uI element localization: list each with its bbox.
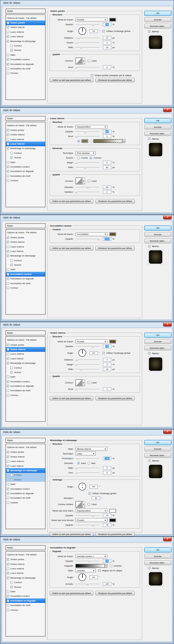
sidebar-item-contour[interactable]: Contour [6, 580, 45, 584]
slider-thumb[interactable] [75, 471, 78, 474]
sidebar-item-satin[interactable]: Satin [6, 589, 45, 594]
style-enabled-checkbox[interactable]: ✓ [7, 558, 9, 561]
style-enabled-checkbox[interactable]: ✓ [7, 595, 9, 597]
angle-dial[interactable] [78, 483, 86, 490]
checkbox[interactable]: ✓ [88, 492, 91, 495]
value-input[interactable]: 0 [103, 466, 111, 470]
slider-thumb[interactable] [75, 191, 78, 193]
color-swatch[interactable] [109, 232, 116, 236]
value-input[interactable]: 80 [103, 166, 111, 169]
sidebar-item-incrustation-en-degrade[interactable]: ✓Incrustation en dégradé [6, 277, 45, 281]
value-input[interactable]: 0 [103, 363, 111, 366]
slider[interactable] [76, 523, 100, 527]
slider[interactable] [76, 135, 100, 138]
value-input[interactable]: 0 [103, 41, 111, 44]
sidebar-item-lueur-externe[interactable]: Lueur externe [6, 459, 45, 463]
radio-solid-color[interactable] [77, 140, 80, 143]
slider-thumb[interactable] [86, 186, 89, 188]
sidebar-item-lueur-interne[interactable]: ✓Lueur interne [6, 34, 45, 39]
style-enabled-checkbox[interactable]: ✓ [10, 586, 13, 588]
sidebar-item-options-de-fusion[interactable]: Options de fusion : Par défaut [6, 123, 45, 128]
new-style-button[interactable]: Nouveau style... [144, 453, 171, 458]
style-enabled-checkbox[interactable]: ✓ [7, 58, 9, 61]
reset-defaults-button[interactable]: Restaurer les paramètres par défaut [95, 246, 134, 251]
slider[interactable] [76, 237, 100, 240]
sidebar-item-ombre-portee[interactable]: ✓Ombre portée [6, 557, 45, 562]
value-input[interactable]: 100 [103, 582, 111, 586]
dropdown[interactable]: Superposition▼ [76, 125, 107, 129]
slider[interactable] [76, 514, 100, 517]
anti-aliased-checkbox[interactable] [88, 60, 90, 62]
sidebar-item-contour[interactable]: Contour [6, 365, 45, 370]
sidebar-item-ombre-portee[interactable]: ✓Ombre portée [6, 450, 45, 454]
sidebar-item-contour[interactable]: Contour [6, 178, 45, 183]
sidebar-item-satin[interactable]: Satin [6, 160, 45, 164]
angle-dial[interactable] [78, 27, 86, 35]
title-bar[interactable]: Style de calque✕ [0, 430, 174, 435]
preview-checkbox[interactable]: ✓ [148, 352, 151, 355]
sidebar-item-ombre-portee[interactable]: ✓Ombre portée [6, 343, 45, 347]
reset-defaults-button[interactable]: Restaurer les paramètres par défaut [95, 78, 134, 82]
style-enabled-checkbox[interactable]: ✓ [7, 166, 9, 168]
sidebar-item-options-de-fusion[interactable]: Options de fusion : Par défaut [6, 445, 45, 449]
slider[interactable] [76, 582, 100, 586]
sidebar-item-lueur-interne[interactable]: ✓Lueur interne [6, 249, 45, 253]
color-swatch[interactable] [109, 509, 116, 513]
slider[interactable] [76, 36, 100, 39]
cancel-button[interactable]: Annuler [144, 232, 171, 237]
style-enabled-checkbox[interactable]: ✓ [7, 129, 9, 131]
close-button[interactable]: ✕ [163, 108, 172, 112]
title-bar[interactable]: Style de calque [0, 0, 174, 6]
slider-thumb[interactable] [75, 135, 78, 138]
set-defaults-button[interactable]: Définir en tant que paramètres par défau… [50, 396, 93, 400]
slider[interactable] [76, 363, 100, 366]
slider-thumb[interactable] [75, 66, 78, 69]
style-enabled-checkbox[interactable] [10, 259, 13, 262]
sidebar-item-incrustation-de-motif[interactable]: Incrustation de motif [6, 603, 45, 607]
checkbox[interactable]: ✓ [102, 30, 105, 32]
sidebar-item-incrustation-couleur[interactable]: ✓Incrustation couleur [6, 594, 45, 598]
set-defaults-button[interactable]: Définir en tant que paramètres par défau… [50, 78, 93, 82]
slider[interactable] [76, 345, 100, 348]
style-enabled-checkbox[interactable]: ✓ [7, 236, 9, 239]
style-enabled-checkbox[interactable]: ✓ [7, 577, 9, 579]
sidebar-item-contour[interactable]: Contour [6, 286, 45, 290]
value-input[interactable]: 50 [103, 185, 111, 189]
style-enabled-checkbox[interactable]: ✓ [7, 572, 9, 574]
sidebar-item-options-de-fusion[interactable]: Options de fusion : Par défaut [6, 338, 45, 342]
sidebar-item-lueur-externe[interactable]: Lueur externe [6, 352, 45, 356]
value-input[interactable]: 75 [103, 23, 111, 26]
anti-aliased-checkbox[interactable] [88, 180, 90, 182]
style-enabled-checkbox[interactable] [7, 246, 9, 248]
value-input[interactable]: 90 [90, 29, 98, 33]
layer-knocks-out-checkbox[interactable]: ✓ [91, 74, 93, 77]
title-bar[interactable]: Style de calque✕ [0, 537, 174, 542]
style-enabled-checkbox[interactable] [7, 483, 9, 485]
slider[interactable] [76, 388, 100, 391]
style-enabled-checkbox[interactable]: ✓ [7, 465, 9, 467]
style-enabled-checkbox[interactable] [7, 590, 9, 593]
sidebar-item-ombre-interne[interactable]: ✓Ombre interne [6, 454, 45, 459]
sidebar-item-contour[interactable]: Contour [6, 71, 45, 76]
ok-button[interactable]: OK [144, 440, 171, 445]
contour-picker-button[interactable]: ▼ [82, 58, 85, 64]
style-enabled-checkbox[interactable] [10, 152, 13, 154]
slider-thumb[interactable] [92, 514, 94, 517]
sidebar-item-texture[interactable]: ✓Texture [6, 370, 45, 374]
title-bar[interactable]: Style de calque✕ [0, 108, 174, 113]
radio-contour[interactable] [90, 157, 92, 159]
close-button[interactable]: ✕ [163, 430, 172, 434]
style-enabled-checkbox[interactable] [7, 394, 9, 397]
style-enabled-checkbox[interactable]: ✓ [7, 35, 9, 38]
sidebar-item-biseautage-et-estampage[interactable]: ✓Biseautage et estampage [6, 575, 45, 580]
sidebar-item-incrustation-couleur[interactable]: ✓Incrustation couleur [6, 272, 45, 276]
slider-thumb[interactable] [98, 238, 100, 240]
contour-picker-button[interactable]: ▼ [82, 501, 85, 508]
style-enabled-checkbox[interactable]: ✓ [7, 26, 9, 29]
value-input[interactable]: 29 [103, 46, 111, 49]
anti-aliased-checkbox[interactable] [88, 381, 90, 384]
slider[interactable] [76, 66, 100, 69]
sidebar-item-lueur-interne[interactable]: ✓Lueur interne [6, 141, 45, 146]
sidebar-item-lueur-interne[interactable]: ✓Lueur interne [6, 356, 45, 361]
dropdown[interactable]: Plus tamisée▼ [76, 151, 96, 155]
